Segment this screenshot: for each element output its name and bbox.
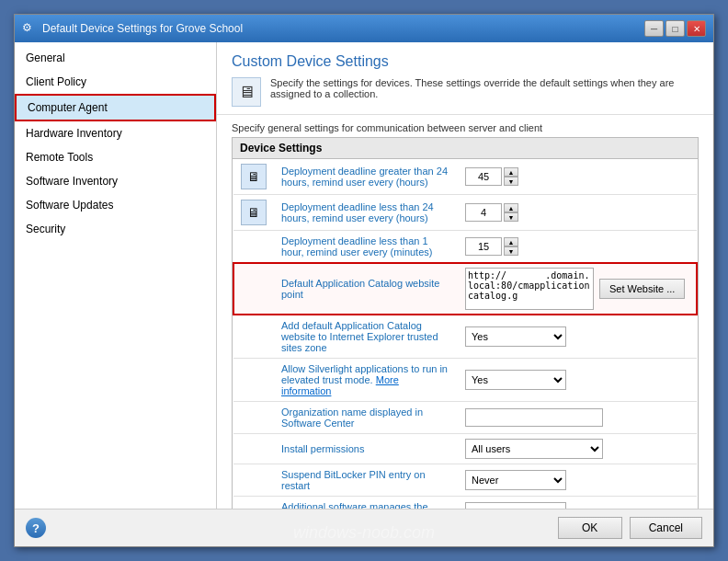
maximize-button[interactable]: □ [665, 20, 685, 37]
spinner-15: ▲ ▼ [465, 237, 689, 256]
window-icon: ⚙ [22, 21, 37, 36]
cancel-button[interactable]: Cancel [630, 517, 702, 539]
row-icon: 🖥 [241, 164, 267, 189]
row-control: Never Always Required [458, 464, 697, 497]
row-label: Organization name displayed in Software … [274, 402, 458, 434]
spin-input-field[interactable] [465, 203, 502, 222]
set-website-button[interactable]: Set Website ... [599, 279, 685, 299]
close-button[interactable]: ✕ [687, 20, 706, 37]
sidebar-item-software-inventory[interactable]: Software Inventory [15, 169, 216, 193]
title-bar-controls: ─ □ ✕ [644, 20, 706, 37]
section-label: Specify general settings for communicati… [217, 115, 713, 137]
minimize-button[interactable]: ─ [644, 20, 664, 37]
row-label: Deployment deadline greater than 24 hour… [274, 159, 458, 195]
row-control: ▲ ▼ [458, 159, 697, 195]
sidebar: General Client Policy Computer Agent Har… [15, 42, 217, 509]
spin-input-field[interactable] [465, 167, 502, 186]
row-control: ▲ ▼ [458, 195, 697, 231]
row-control [458, 402, 697, 434]
settings-table: 🖥 Deployment deadline greater than 24 ho… [233, 159, 698, 509]
bottom-bar: ? OK Cancel [15, 509, 713, 546]
row-label: Suspend BitLocker PIN entry on restart [274, 464, 458, 497]
table-row: Organization name displayed in Software … [233, 402, 697, 434]
table-row: Allow Silverlight applications to run in… [233, 359, 697, 402]
row-control: Yes No [458, 359, 697, 402]
title-bar: ⚙ Default Device Settings for Grove Scho… [15, 15, 713, 42]
sidebar-item-client-policy[interactable]: Client Policy [15, 70, 216, 94]
sidebar-item-software-updates[interactable]: Software Updates [15, 193, 216, 217]
spin-down[interactable]: ▼ [504, 177, 518, 186]
row-control: http:// .domain.local:80/cmapplicationca… [458, 263, 697, 315]
main-description: 🖥 Specify the settings for devices. Thes… [232, 77, 699, 107]
table-row: Additional software manages the deployme… [233, 497, 697, 509]
spinner-45: ▲ ▼ [465, 167, 689, 186]
yes-no-dropdown[interactable]: Yes No [465, 326, 566, 347]
main-panel: Custom Device Settings 🖥 Specify the set… [217, 42, 713, 509]
bitlocker-dropdown[interactable]: Never Always Required [465, 470, 566, 490]
table-row: Add default Application Catalog website … [233, 315, 697, 359]
sidebar-item-security[interactable]: Security [15, 217, 216, 241]
table-row: Suspend BitLocker PIN entry on restart N… [233, 464, 697, 497]
main-header: Custom Device Settings 🖥 Specify the set… [217, 42, 713, 115]
row-label: Default Application Catalog website poin… [274, 263, 458, 315]
row-icon: 🖥 [241, 200, 267, 225]
row-label: Allow Silverlight applications to run in… [274, 359, 458, 402]
table-row-highlighted: Default Application Catalog website poin… [233, 263, 697, 315]
silverlight-dropdown[interactable]: Yes No [465, 370, 566, 390]
main-title: Custom Device Settings [232, 53, 699, 70]
table-row: 🖥 Deployment deadline greater than 24 ho… [233, 159, 697, 195]
table-row: 🖥 Deployment deadline less than 24 hours… [233, 195, 697, 231]
row-control: No Yes [458, 497, 697, 509]
sidebar-item-general[interactable]: General [15, 46, 216, 70]
device-settings-box: Device Settings 🖥 Deployment deadline gr… [232, 137, 699, 509]
row-label: Add default Application Catalog website … [274, 315, 458, 359]
install-permissions-dropdown[interactable]: All users Only administrators Only admin… [465, 439, 603, 459]
spinner-4: ▲ ▼ [465, 203, 689, 222]
description-icon: 🖥 [232, 77, 261, 107]
main-window: ⚙ Default Device Settings for Grove Scho… [14, 14, 714, 547]
window-title: Default Device Settings for Grove School [42, 22, 243, 35]
spin-down[interactable]: ▼ [504, 212, 518, 222]
spin-up[interactable]: ▲ [504, 203, 518, 212]
spin-down[interactable]: ▼ [504, 246, 518, 256]
row-label: Install permissions [274, 434, 458, 464]
sidebar-item-computer-agent[interactable]: Computer Agent [15, 94, 216, 121]
sidebar-item-hardware-inventory[interactable]: Hardware Inventory [15, 121, 216, 145]
content-area: General Client Policy Computer Agent Har… [15, 42, 713, 509]
row-label: Deployment deadline less than 24 hours, … [274, 195, 458, 231]
row-control: ▲ ▼ [458, 231, 697, 264]
org-name-input[interactable] [465, 408, 603, 427]
title-bar-left: ⚙ Default Device Settings for Grove Scho… [22, 21, 243, 36]
bottom-right: OK Cancel [558, 517, 702, 539]
table-row: Deployment deadline less than 1 hour, re… [233, 231, 697, 264]
help-button[interactable]: ? [26, 518, 46, 538]
ok-button[interactable]: OK [558, 517, 622, 539]
spin-input-field[interactable] [465, 237, 502, 256]
row-label: Additional software manages the deployme… [274, 497, 458, 509]
table-row: Install permissions All users Only admin… [233, 434, 697, 464]
spin-up[interactable]: ▲ [504, 237, 518, 246]
row-control: Yes No [458, 315, 697, 359]
device-settings-header: Device Settings [233, 138, 698, 159]
sidebar-item-remote-tools[interactable]: Remote Tools [15, 145, 216, 169]
row-control: All users Only administrators Only admin… [458, 434, 697, 464]
scrollable-content: Device Settings 🖥 Deployment deadline gr… [217, 137, 713, 509]
row-label: Deployment deadline less than 1 hour, re… [274, 231, 458, 264]
url-input[interactable]: http:// .domain.local:80/cmapplicationca… [465, 268, 594, 310]
additional-software-dropdown[interactable]: No Yes [465, 502, 566, 509]
spin-up[interactable]: ▲ [504, 167, 518, 177]
